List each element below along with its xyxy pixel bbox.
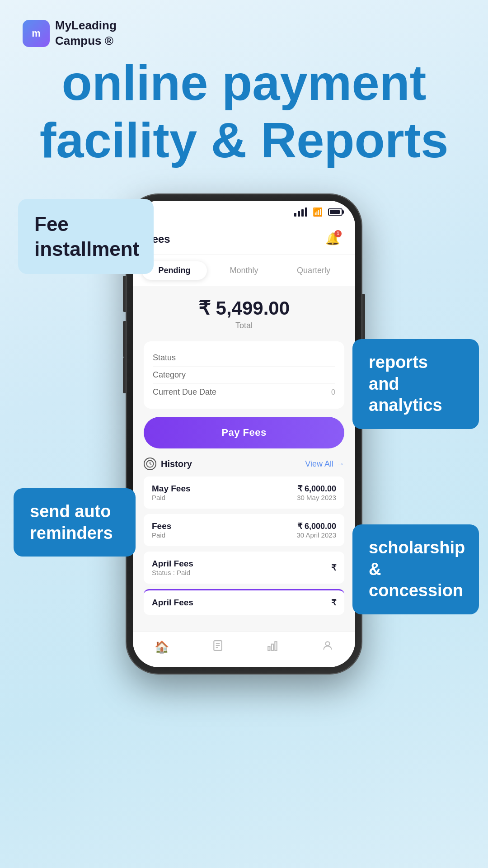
app-header: Fees 🔔 1 [133, 223, 355, 255]
history-header: History View All → [144, 458, 344, 470]
view-all-button[interactable]: View All → [305, 459, 344, 469]
status-bar: 📶 [133, 201, 355, 223]
notification-badge: 1 [334, 230, 342, 237]
info-card: Status Category Current Due Date 0 [144, 341, 344, 409]
svg-rect-7 [275, 642, 277, 651]
history-item-left-2: Fees Paid [152, 521, 171, 539]
history-item-right-1: ₹ 6,000.00 30 May 2023 [297, 484, 336, 501]
profile-icon [322, 640, 333, 655]
home-icon: 🏠 [155, 640, 169, 654]
logo-icon: m [23, 20, 50, 47]
svg-rect-6 [272, 644, 273, 651]
due-date-label: Current Due Date [153, 387, 216, 397]
history-item-right-2: ₹ 6,000.00 30 April 2023 [296, 521, 336, 539]
history-item-left-3: April Fees Status : Paid [152, 559, 193, 576]
heading-text: online payment facility & Reports [27, 54, 461, 169]
history-item-right-4: ₹ [331, 598, 336, 608]
phone-shell: 📶 Fees 🔔 1 Pending Monthly [127, 194, 361, 674]
tab-quarterly[interactable]: Quarterly [281, 261, 346, 280]
history-item-1: May Fees Paid ₹ 6,000.00 30 May 2023 [144, 476, 344, 509]
screen-content: ₹ 5,499.00 Total Status Category Current… [133, 286, 355, 635]
info-row-category: Category [153, 367, 335, 384]
tabs-row: Pending Monthly Quarterly [133, 255, 355, 286]
bottom-nav: 🏠 [133, 631, 355, 667]
notification-button[interactable]: 🔔 1 [323, 229, 343, 249]
svg-point-8 [326, 642, 330, 646]
phone-wrapper: 📶 Fees 🔔 1 Pending Monthly [127, 194, 361, 674]
clock-icon [144, 458, 156, 470]
category-label: Category [153, 370, 186, 380]
total-section: ₹ 5,499.00 Total [144, 297, 344, 330]
status-label: Status [153, 353, 176, 363]
history-item-4: April Fees ₹ [144, 589, 344, 615]
history-item-left-4: April Fees [152, 598, 193, 608]
due-date-value: 0 [331, 388, 335, 396]
analytics-icon [267, 640, 279, 655]
wifi-icon: 📶 [313, 207, 323, 217]
tab-monthly[interactable]: Monthly [211, 261, 277, 280]
history-item-right-3: ₹ [331, 563, 336, 573]
signal-icon [294, 208, 307, 217]
history-item-left-1: May Fees Paid [152, 484, 191, 501]
nav-docs[interactable] [212, 640, 224, 655]
label-reports-analytics: reports and analytics [352, 339, 479, 429]
label-fee-installment: Fee installment [18, 199, 154, 274]
logo-text: MyLeading Campus ® [55, 18, 117, 49]
label-scholarship-concession: scholarship & concession [352, 524, 479, 614]
total-amount: ₹ 5,499.00 [144, 297, 344, 319]
pay-fees-button[interactable]: Pay Fees [144, 417, 344, 448]
battery-icon [328, 208, 343, 216]
label-send-reminders: send auto reminders [14, 488, 136, 557]
nav-profile[interactable] [322, 640, 333, 655]
info-row-due-date: Current Due Date 0 [153, 384, 335, 401]
info-row-status: Status [153, 349, 335, 367]
phone-screen: 📶 Fees 🔔 1 Pending Monthly [133, 201, 355, 667]
nav-home[interactable]: 🏠 [155, 640, 169, 654]
docs-icon [212, 640, 224, 655]
svg-rect-5 [268, 646, 270, 651]
history-item-3: April Fees Status : Paid ₹ [144, 552, 344, 584]
history-item-2: Fees Paid ₹ 6,000.00 30 April 2023 [144, 514, 344, 546]
main-heading: online payment facility & Reports [0, 54, 488, 169]
logo-area: m MyLeading Campus ® [23, 18, 117, 49]
history-title: History [144, 458, 192, 470]
total-label: Total [144, 321, 344, 330]
nav-analytics[interactable] [267, 640, 279, 655]
